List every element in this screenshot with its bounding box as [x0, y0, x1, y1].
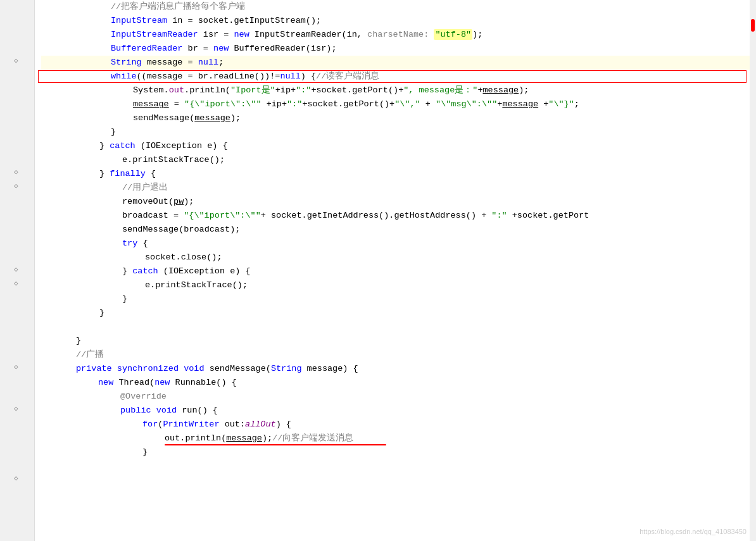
code-line: new Thread(new Runnable() {	[41, 376, 750, 390]
code-line: BufferedReader br = new BufferedReader(i…	[41, 42, 750, 56]
code-var: message	[194, 111, 230, 125]
code-text: broadcast =	[122, 209, 184, 223]
code-line: e.printStackTrace();	[41, 278, 750, 292]
code-kw: synchronized	[117, 362, 184, 376]
code-text: }	[122, 264, 132, 278]
code-text: + socket.	[261, 209, 307, 223]
code-text: InputStreamReader(in,	[255, 28, 367, 42]
code-string: ", message是："	[403, 84, 477, 97]
code-kw: for	[142, 418, 158, 432]
code-text: e.	[122, 153, 132, 167]
code-text: }	[99, 306, 104, 320]
code-text: ()+	[388, 84, 403, 97]
code-text: (	[158, 418, 163, 432]
code-text: ())!=	[255, 70, 280, 84]
code-var: message	[482, 84, 519, 97]
code-text: (IOException e) {	[141, 139, 228, 153]
code-text: (	[189, 111, 194, 125]
code-kw: new	[98, 376, 118, 390]
code-text: Runnable() {	[175, 376, 237, 390]
code-text: .	[184, 84, 189, 97]
code-text: +socket.	[302, 97, 343, 111]
code-string: ":"	[296, 84, 311, 97]
code-text: (	[221, 432, 226, 445]
code-keyword: InputStreamReader	[111, 28, 203, 42]
code-comment: //用户退出	[122, 181, 168, 195]
code-text: ) {	[276, 418, 291, 432]
code-line-redunderline: out.println(message);//向客户端发送消息	[41, 432, 750, 445]
code-text: BufferedReader(isr);	[234, 42, 336, 56]
editor-area: ◇ ◇ ◇ ◇ ◇ ◇ ◇ ◇ //把客户端消息广播给每个客户端 InputSt…	[0, 0, 756, 541]
code-kw: new	[213, 42, 234, 56]
code-method: getPort	[352, 84, 388, 97]
code-text: }	[111, 125, 116, 139]
code-line: }	[41, 334, 750, 348]
code-comment: //读客户端消息	[316, 70, 379, 84]
code-text: {	[151, 167, 156, 181]
code-text: () +	[466, 209, 492, 223]
code-line: //把客户端消息广播给每个客户端	[41, 0, 750, 14]
code-comment: //把客户端消息广播给每个客户端	[111, 0, 245, 14]
code-line-finally: } finally {	[41, 167, 750, 181]
code-text: +socket.	[311, 84, 352, 97]
code-text: ().	[379, 209, 394, 223]
code-string: "\","	[394, 97, 420, 111]
code-text: out.	[165, 432, 185, 445]
code-method: sendMessage	[210, 362, 266, 376]
code-text	[99, 320, 104, 334]
code-line	[41, 320, 750, 334]
code-method: printStackTrace	[155, 278, 232, 292]
code-line: broadcast = "{\"iport\":\""+ socket.getI…	[41, 209, 750, 223]
code-line: }	[41, 306, 750, 320]
gutter-icon-1: ◇	[14, 56, 18, 67]
code-text: );	[184, 195, 194, 209]
code-text: }	[99, 167, 110, 181]
gutter-icon-3: ◇	[14, 181, 18, 192]
code-text: {	[142, 237, 148, 251]
code-text: ((message = br.	[137, 70, 214, 84]
code-method: getInetAddress	[307, 209, 379, 223]
code-string: "{\"iport\":\""	[184, 97, 267, 111]
code-text: );	[262, 432, 272, 445]
code-method: println	[189, 84, 225, 97]
code-line: @Override	[41, 390, 750, 404]
gutter-icon-8: ◇	[14, 473, 18, 485]
code-text: br =	[188, 42, 214, 56]
code-keyword: String	[111, 56, 147, 70]
code-text: }	[122, 292, 127, 306]
code-text: Thread(	[118, 376, 154, 390]
code-method: println	[185, 432, 221, 445]
code-line: e.printStackTrace();	[41, 153, 750, 167]
code-text: message) {	[307, 362, 358, 376]
code-text: );	[230, 111, 241, 125]
code-line: //用户退出	[41, 181, 750, 195]
code-text: (	[266, 362, 271, 376]
code-kw: null	[198, 56, 218, 70]
code-text: ();	[306, 14, 321, 28]
code-kw: while	[111, 70, 137, 84]
code-text: +socket.	[507, 209, 553, 223]
code-line: InputStream in = socket.getInputStream()…	[41, 14, 750, 28]
code-text: =	[169, 97, 184, 111]
code-comment: //广播	[76, 348, 104, 362]
code-method: getInputStream	[234, 14, 305, 28]
scrollbar[interactable]	[750, 0, 756, 541]
code-line: } catch (IOException e) {	[41, 139, 750, 153]
code-keyword: BufferedReader	[111, 42, 188, 56]
code-kw: public	[120, 404, 156, 418]
code-line: socket.close();	[41, 251, 750, 264]
code-kw: catch	[132, 264, 163, 278]
code-text: socket.	[145, 251, 181, 264]
code-kw: new	[154, 376, 175, 390]
code-var: pw	[173, 195, 184, 209]
code-text: ();	[210, 153, 225, 167]
code-line-redbox: while((message = br.readLine())!=null) {…	[41, 70, 750, 84]
code-line: sendMessage(broadcast);	[41, 223, 750, 237]
code-kw: try	[122, 237, 142, 251]
code-line: System.out.println("Iport是"+ip+":"+socke…	[41, 84, 750, 97]
code-keyword: InputStream	[111, 14, 172, 28]
code-var: message	[226, 432, 262, 445]
gutter-icon-4: ◇	[14, 264, 18, 276]
scrollbar-thumb[interactable]	[751, 19, 755, 32]
code-string: "{\"iport\":\""	[184, 209, 261, 223]
